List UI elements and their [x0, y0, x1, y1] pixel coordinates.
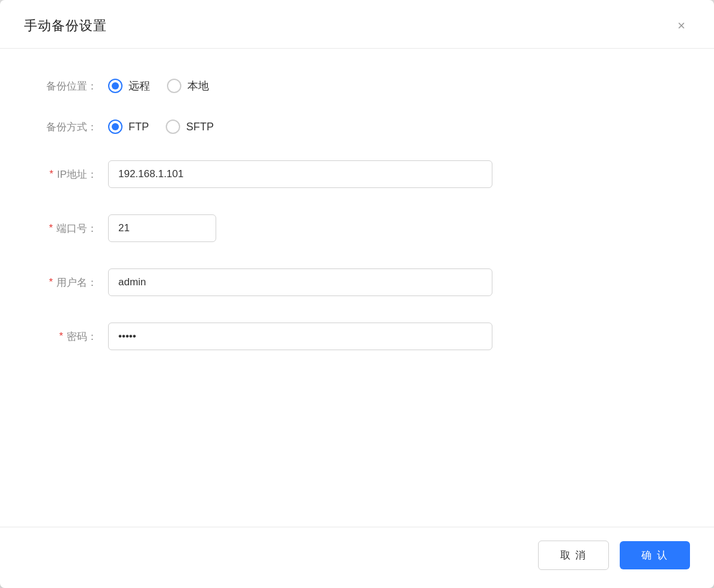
radio-ftp-label: FTP — [129, 121, 149, 133]
backup-method-row: 备份方式： FTP SFTP — [36, 120, 678, 134]
password-row: * 密码： — [36, 323, 678, 350]
radio-sftp-label: SFTP — [186, 121, 214, 133]
password-input[interactable] — [108, 323, 492, 350]
username-required-star: * — [49, 276, 53, 288]
username-input[interactable] — [108, 268, 492, 296]
radio-ftp[interactable]: FTP — [108, 120, 149, 134]
radio-local-circle[interactable] — [167, 79, 181, 93]
password-required-star: * — [59, 330, 63, 342]
close-button[interactable]: × — [673, 17, 690, 35]
dialog-body: 备份位置： 远程 本地 备份方式： FTP — [0, 49, 714, 527]
username-row: * 用户名： — [36, 268, 678, 296]
backup-method-group: FTP SFTP — [108, 120, 214, 134]
confirm-button[interactable]: 确 认 — [620, 541, 690, 569]
dialog: 手动备份设置 × 备份位置： 远程 本地 备份方式： — [0, 0, 714, 588]
radio-sftp[interactable]: SFTP — [166, 120, 214, 134]
ip-required-star: * — [49, 168, 53, 180]
ip-address-input[interactable] — [108, 160, 492, 188]
password-label: * 密码： — [36, 330, 108, 344]
dialog-footer: 取 消 确 认 — [0, 527, 714, 588]
backup-location-group: 远程 本地 — [108, 79, 209, 93]
port-row: * 端口号： — [36, 214, 678, 242]
username-label: * 用户名： — [36, 276, 108, 289]
port-required-star: * — [49, 222, 53, 234]
radio-remote-circle[interactable] — [108, 79, 123, 93]
backup-location-label: 备份位置： — [36, 79, 108, 93]
radio-remote[interactable]: 远程 — [108, 79, 150, 93]
radio-remote-label: 远程 — [129, 79, 150, 93]
backup-location-row: 备份位置： 远程 本地 — [36, 79, 678, 93]
cancel-button[interactable]: 取 消 — [538, 541, 610, 570]
radio-ftp-circle[interactable] — [108, 120, 123, 134]
dialog-header: 手动备份设置 × — [0, 0, 714, 49]
radio-local[interactable]: 本地 — [167, 79, 209, 93]
port-label: * 端口号： — [36, 222, 108, 235]
port-input[interactable] — [108, 214, 216, 242]
ip-address-row: * IP地址： — [36, 160, 678, 188]
backup-method-label: 备份方式： — [36, 120, 108, 134]
radio-local-label: 本地 — [187, 79, 209, 93]
ip-address-label: * IP地址： — [36, 168, 108, 181]
radio-sftp-circle[interactable] — [166, 120, 180, 134]
dialog-title: 手动备份设置 — [24, 17, 107, 35]
